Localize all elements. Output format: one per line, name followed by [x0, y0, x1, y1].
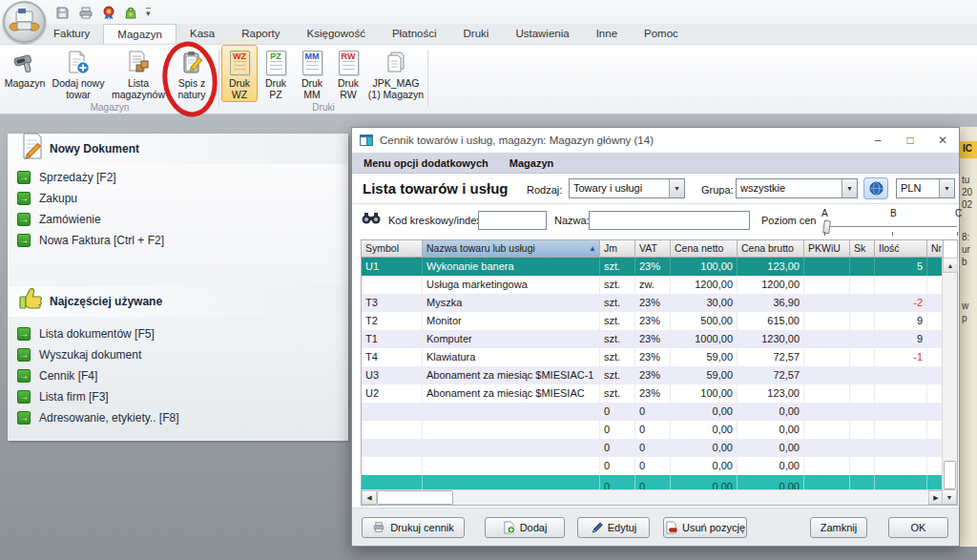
table-row[interactable]: Usługa marketingowaszt.zw.1200,001200,00: [362, 276, 957, 294]
table-row[interactable]: T1Komputerszt.23%1000,001230,009: [362, 330, 957, 348]
table-row[interactable]: U1Wykonanie baneraszt.23%100,00123,005: [362, 258, 957, 276]
table-cell: [850, 294, 875, 312]
column-header[interactable]: Nazwa towaru lub usługi▲: [423, 240, 600, 258]
column-header[interactable]: Cena netto: [671, 240, 738, 258]
price-level-slider[interactable]: A B C: [818, 204, 961, 238]
column-header[interactable]: Nr fa: [927, 240, 944, 258]
column-header[interactable]: VAT: [635, 240, 671, 258]
jpk-mag-button[interactable]: JPK_MAG (1) Magazyn: [366, 45, 426, 102]
menu-opcje-dodatkowe[interactable]: Menu opcji dodatkowych: [364, 157, 488, 169]
sidebar-item-lista-firm[interactable]: →Lista firm [F3]: [17, 387, 109, 406]
table-row[interactable]: 000,000,00: [362, 403, 957, 421]
kod-input[interactable]: [478, 211, 547, 230]
print-icon[interactable]: [78, 6, 94, 20]
dialog-title-bar[interactable]: Cennik towarów i usług, magazyn: Magazyn…: [352, 128, 959, 153]
tab-faktury[interactable]: Faktury: [40, 24, 103, 44]
tab-ustawienia[interactable]: Ustawienia: [502, 24, 582, 44]
column-header[interactable]: Cena brutto: [738, 240, 804, 258]
druk-wz-button[interactable]: WZ Druk WZ: [221, 45, 258, 102]
ok-button[interactable]: OK: [888, 517, 948, 538]
basket-icon[interactable]: [124, 6, 137, 20]
table-cell: [875, 276, 927, 294]
drukuj-cennik-button[interactable]: Drukuj cennik: [362, 517, 465, 538]
magazyn-button[interactable]: Magazyn: [2, 45, 48, 91]
druk-rw-button[interactable]: RW Druk RW: [330, 45, 366, 102]
table-cell: 123,00: [738, 258, 804, 276]
table-row[interactable]: 000,000,00: [362, 439, 957, 457]
sidebar-item-lista-dokumentow[interactable]: →Lista dokumentów [F5]: [17, 324, 155, 343]
column-header[interactable]: Jm: [600, 240, 635, 258]
sidebar-item-adresowanie[interactable]: →Adresowanie, etykiety.. [F8]: [17, 408, 179, 427]
green-arrow-icon: →: [17, 411, 31, 425]
table-row[interactable]: 000,000,00: [362, 421, 957, 439]
table-row[interactable]: U3Abonament za miesiąc $MIESIAC-1szt.23%…: [362, 366, 957, 384]
scroll-left-icon[interactable]: ◀: [362, 490, 377, 505]
table-row[interactable]: T4Klawiaturaszt.23%59,0072,57-1: [362, 348, 957, 366]
sidebar-item-sprzedazy[interactable]: →Sprzedaży [F2]: [17, 168, 116, 187]
table-cell: Monitor: [423, 312, 600, 330]
globe-button[interactable]: [863, 177, 888, 199]
table-row[interactable]: 000,000,00: [362, 457, 957, 475]
sidebar-item-cennik[interactable]: →Cennik [F4]: [17, 366, 97, 385]
tab-inne[interactable]: Inne: [583, 24, 631, 44]
tab-druki[interactable]: Druki: [450, 24, 503, 44]
column-header[interactable]: Symbol: [362, 240, 423, 258]
sidebar-panel: Nowy Dokument →Sprzedaży [F2] →Zakupu →Z…: [8, 134, 348, 441]
tab-raporty[interactable]: Raporty: [228, 24, 293, 44]
tab-magazyn[interactable]: Magazyn: [103, 24, 177, 44]
horizontal-scrollbar[interactable]: ◀ ▶: [362, 489, 944, 505]
tab-pomoc[interactable]: Pomoc: [631, 24, 692, 44]
tab-kasa[interactable]: Kasa: [177, 24, 228, 44]
app-logo[interactable]: [3, 1, 46, 43]
currency-select[interactable]: PLN▼: [896, 178, 955, 198]
table-cell: 0: [600, 403, 635, 421]
table-cell: 23%: [635, 348, 671, 366]
table-cell: 30,00: [671, 294, 738, 312]
certificate-icon[interactable]: [102, 6, 115, 20]
zamknij-button[interactable]: Zamknij: [810, 517, 867, 538]
menu-magazyn[interactable]: Magazyn: [509, 157, 553, 169]
column-header[interactable]: PKWiU: [804, 240, 850, 258]
table-row[interactable]: T3Myszkaszt.23%30,0036,90-2: [362, 294, 957, 312]
usun-pozycje-button[interactable]: Usuń pozycję: [663, 517, 747, 538]
tab-platnosci[interactable]: Płatności: [379, 24, 450, 44]
close-button[interactable]: ✕: [926, 128, 959, 153]
minimize-button[interactable]: –: [862, 128, 894, 153]
table-cell: szt.: [600, 312, 635, 330]
column-header[interactable]: Sk: [850, 240, 875, 258]
scroll-down-icon[interactable]: ▼: [942, 489, 957, 505]
dodaj-nowy-towar-button[interactable]: Dodaj nowy towar: [48, 45, 109, 102]
customize-toolbar-icon[interactable]: ▾: [146, 8, 151, 17]
table-cell: 1200,00: [738, 276, 804, 294]
table-cell: 1230,00: [738, 330, 804, 348]
scroll-up-icon[interactable]: ▲: [943, 258, 958, 273]
horizontal-scroll-thumb[interactable]: [377, 490, 453, 505]
spis-z-natury-button[interactable]: Spis z natury: [168, 45, 216, 102]
vertical-scrollbar[interactable]: ▲: [942, 258, 957, 491]
table-cell: [875, 421, 927, 439]
vertical-scroll-thumb[interactable]: [944, 461, 956, 489]
table-cell: 0,00: [671, 439, 738, 457]
tab-ksiegowosc[interactable]: Księgowość: [294, 24, 379, 44]
column-header[interactable]: Ilość: [875, 240, 927, 258]
table-row[interactable]: U2Abonament za miesiąc $MIESIACszt.23%10…: [362, 384, 957, 403]
table-row[interactable]: T2Monitorszt.23%500,00615,009: [362, 312, 957, 330]
sidebar-item-wyszukaj-dokument[interactable]: →Wyszukaj dokument: [17, 345, 141, 364]
grupa-select[interactable]: wszystkie▼: [736, 178, 858, 198]
edytuj-button[interactable]: Edytuj: [577, 517, 650, 538]
sidebar-item-nowa-faktura[interactable]: →Nowa Faktura [Ctrl + F2]: [17, 231, 164, 250]
druk-pz-button[interactable]: PZ Druk PZ: [258, 45, 294, 102]
table-cell: 23%: [635, 384, 671, 403]
ribbon-group-separator: [427, 50, 428, 107]
table-cell: Klawiatura: [423, 348, 600, 366]
sidebar-item-zakupu[interactable]: →Zakupu: [17, 189, 77, 208]
nazwa-input[interactable]: [589, 211, 750, 230]
dodaj-button[interactable]: Dodaj: [485, 517, 565, 538]
products-table: SymbolNazwa towaru lub usługi▲JmVATCena …: [361, 239, 958, 506]
lista-magazynow-button[interactable]: Lista magazynów: [109, 45, 168, 102]
sidebar-item-zamowienie[interactable]: →Zamówienie: [17, 210, 101, 229]
rodzaj-select[interactable]: Towary i usługi▼: [569, 178, 685, 198]
save-icon[interactable]: [55, 6, 70, 20]
maximize-button[interactable]: □: [894, 128, 926, 153]
druk-mm-button[interactable]: MM Druk MM: [294, 45, 330, 102]
